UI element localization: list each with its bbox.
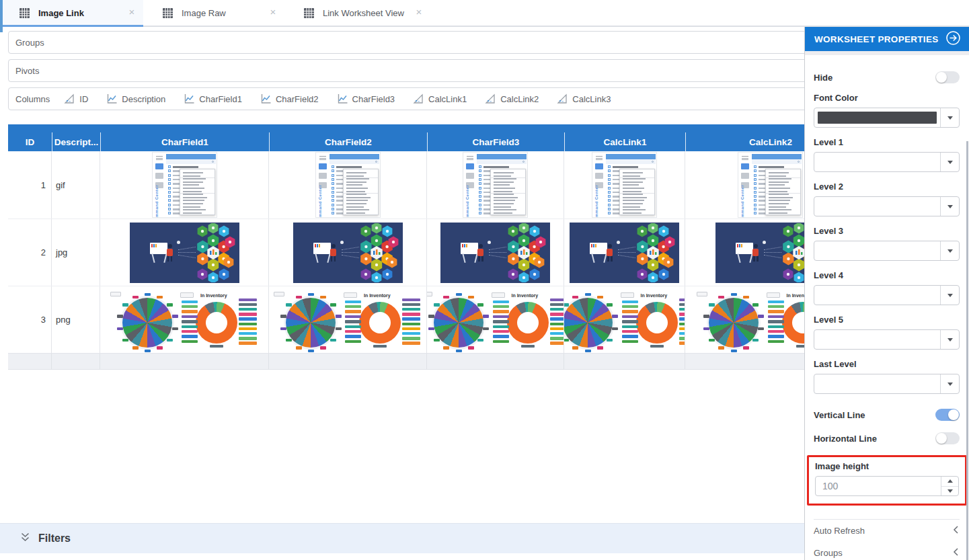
menu-item-text — [183, 203, 203, 204]
vertical-line-toggle[interactable] — [935, 409, 960, 421]
column-chip-calclink1[interactable]: CalcLink1 — [412, 93, 467, 105]
table-row[interactable]: 2jpg — [8, 218, 855, 286]
tab-close-icon[interactable]: × — [126, 6, 138, 18]
column-chip-charfield2[interactable]: CharField2 — [260, 93, 319, 105]
column-header-charfield3[interactable]: CharField3 — [427, 124, 564, 151]
donut-title: In Inventory — [364, 293, 391, 298]
donut-label-tag — [239, 313, 257, 316]
column-chips: IDDescriptionCharField1CharField2CharFie… — [63, 93, 611, 105]
vertical-app-name: mmand Center — [318, 185, 322, 217]
table-row[interactable]: 1gifmmand Centermmand Centermmand Center… — [8, 151, 855, 218]
menu-item-text — [623, 172, 643, 173]
donut-label-tag — [182, 325, 198, 329]
tree-checkbox — [168, 195, 171, 198]
donut-label-tag — [622, 305, 638, 309]
font-color-dropdown-button[interactable] — [940, 108, 959, 127]
menu-item-text — [346, 197, 371, 198]
tree-checkbox — [754, 169, 757, 172]
column-header-charfield2[interactable]: CharField2 — [269, 124, 427, 151]
tab-image-raw[interactable]: Image Raw× — [143, 0, 284, 26]
level-3-label: Level 3 — [814, 226, 960, 236]
level-3-select[interactable] — [814, 241, 960, 261]
donut-label-tag — [768, 305, 784, 309]
column-chip-description[interactable]: Description — [106, 93, 165, 105]
level-3-dropdown-button[interactable] — [940, 241, 959, 260]
tab-link-worksheet-view[interactable]: Link Worksheet View× — [284, 0, 430, 26]
chart-button — [767, 292, 780, 298]
tab-close-icon[interactable]: × — [267, 6, 279, 18]
donut-label-tag — [493, 301, 509, 304]
donut-label-tag — [679, 317, 686, 321]
column-header-descript[interactable]: Descript... — [52, 124, 100, 151]
level-4-select[interactable] — [814, 285, 960, 305]
vertical-app-name: mmand Center — [465, 185, 469, 217]
pie-label-tag — [743, 346, 749, 350]
section-groups[interactable]: Groups — [814, 542, 960, 560]
level-1-dropdown-button[interactable] — [940, 153, 959, 171]
spinner-up-button[interactable] — [941, 477, 958, 487]
cell-calclink1 — [564, 219, 685, 286]
column-chip-charfield1[interactable]: CharField1 — [183, 93, 242, 105]
donut-label-tag — [550, 327, 565, 331]
pie-label-tag — [428, 327, 434, 331]
spinner-down-button[interactable] — [941, 487, 958, 496]
donut-label-tag — [493, 315, 509, 319]
last-level-dropdown-button[interactable] — [940, 374, 959, 393]
filters-expand-icon[interactable] — [20, 532, 30, 545]
donut-label-tag — [550, 298, 565, 302]
font-color-select[interactable] — [814, 108, 960, 128]
donut-label-tag — [493, 305, 509, 309]
cell-charfield1 — [100, 219, 269, 286]
image-height-value: 100 — [816, 477, 958, 495]
last-level-select[interactable] — [814, 374, 960, 394]
tree-row-text — [759, 166, 784, 168]
presenter-leg — [611, 256, 613, 262]
level-5-dropdown-button[interactable] — [940, 330, 959, 349]
column-header-charfield1[interactable]: CharField1 — [100, 124, 269, 151]
cell-image-wrap: mmand Center — [152, 152, 217, 218]
donut-label-tag — [373, 345, 387, 348]
vertical-line-label: Vertical Line — [814, 410, 865, 420]
column-chip-calclink2[interactable]: CalcLink2 — [484, 93, 539, 105]
level-2-select[interactable] — [814, 196, 960, 216]
column-chip-label: CalcLink1 — [428, 94, 467, 104]
column-chip-charfield3[interactable]: CharField3 — [336, 93, 395, 105]
easel-leg — [163, 253, 167, 263]
menu-item-text — [346, 188, 368, 189]
chevron-down-icon — [947, 161, 953, 164]
donut-label-tag — [622, 340, 638, 344]
tree-checkbox — [332, 191, 334, 194]
column-header-calclink1[interactable]: CalcLink1 — [564, 124, 685, 151]
cell-image-wrap: In Inventory — [106, 290, 262, 350]
image-height-input[interactable]: 100 — [815, 476, 959, 496]
hide-toggle[interactable] — [935, 71, 960, 83]
column-chip-id[interactable]: ID — [63, 93, 88, 105]
column-header-label: ID — [8, 132, 52, 151]
sidebar-scrollbar[interactable] — [966, 141, 968, 560]
level-2-dropdown-button[interactable] — [940, 197, 959, 216]
section-auto-refresh[interactable]: Auto Refresh — [814, 520, 960, 542]
tab-close-icon[interactable]: × — [413, 6, 425, 18]
column-header-id[interactable]: ID — [8, 124, 52, 151]
rail-icon — [466, 173, 474, 179]
donut-label-tag — [622, 330, 638, 333]
menu-item-text — [183, 188, 204, 189]
presenter-head — [168, 244, 172, 248]
pie-label-tag — [483, 327, 489, 331]
tab-image-link[interactable]: Image Link× — [0, 0, 143, 26]
panel-title-bar — [606, 154, 656, 159]
pie-label-tag — [718, 346, 724, 350]
pie-label-tag — [296, 296, 302, 299]
horizontal-line-toggle[interactable] — [935, 432, 960, 444]
level-1-select[interactable] — [814, 152, 960, 172]
board-marker — [595, 244, 596, 247]
donut-label-tag — [182, 330, 198, 333]
table-row[interactable]: 3pngIn InventoryIn InventoryIn Inventory… — [8, 286, 855, 353]
level-4-dropdown-button[interactable] — [940, 286, 959, 305]
collapse-panel-arrow-icon[interactable] — [945, 30, 961, 48]
column-chip-calclink3[interactable]: CalcLink3 — [556, 93, 611, 105]
line-chart-icon — [183, 93, 195, 105]
donut-label-tag — [402, 342, 420, 345]
pie-label-tag — [428, 315, 434, 318]
level-5-select[interactable] — [814, 329, 960, 350]
